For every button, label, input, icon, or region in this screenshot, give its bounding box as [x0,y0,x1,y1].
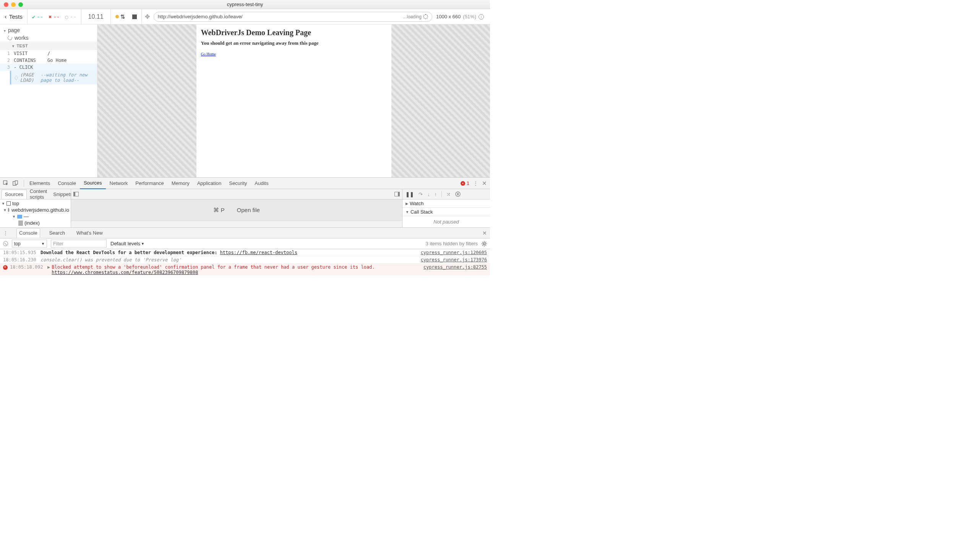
clear-console-button[interactable] [3,241,8,246]
tab-audits[interactable]: Audits [251,178,272,189]
drawer-tab-whatsnew[interactable]: What's New [74,228,105,238]
step-into-button[interactable]: ↓ [427,191,430,197]
svg-point-3 [456,192,460,196]
toggle-navigator-button[interactable] [73,192,79,196]
passed-count: ✔ -- [32,14,43,20]
command-row[interactable]: 1 VISIT / [0,50,97,57]
nav-tab-sources[interactable]: Sources [2,190,27,199]
close-devtools-button[interactable]: ✕ [482,180,487,187]
tree-frame-top[interactable]: ▼top [0,200,71,207]
page-load-label: (PAGE LOAD) [20,72,38,83]
viewport-scale: (51%) [463,14,476,19]
debugger-sidebar: ❚❚ ↷ ↓ ↑ ⤭ ▶Watch ▼Call Stack Not paused [402,189,490,227]
selector-playground-button[interactable]: ✥ [145,13,150,20]
console-filter-input[interactable]: Filter [51,240,107,248]
command-name: CONTAINS [14,58,44,63]
folder-icon [17,215,22,219]
context-select[interactable]: top▼ [12,240,47,248]
tab-console[interactable]: Console [54,178,80,189]
pending-count: ○ -- [65,14,76,20]
tab-network[interactable]: Network [106,178,132,189]
hidden-items-label: 3 items hidden by filters [425,241,478,246]
shortcut-label: ⌘ P [213,207,224,214]
aut-iframe[interactable]: WebDriverJs Demo Leaving Page You should… [196,24,391,177]
tree-folder[interactable]: ▼— [0,213,71,220]
suite-row[interactable]: page [0,26,97,34]
frame-icon [6,201,11,206]
back-to-tests-button[interactable]: ‹ Tests [0,9,28,24]
pause-button[interactable]: ❚❚ [406,191,414,197]
go-home-link[interactable]: Go Home [201,52,216,56]
url-area: ✥ http://webdriverjsdemo.github.io/leave… [142,9,490,24]
step-over-button[interactable]: ↷ [419,191,423,197]
tab-security[interactable]: Security [225,178,251,189]
tab-elements[interactable]: Elements [26,178,54,189]
drawer-tab-search[interactable]: Search [47,228,67,238]
pause-on-exceptions-button[interactable] [455,191,461,197]
tab-performance[interactable]: Performance [131,178,167,189]
stop-button[interactable] [132,15,137,19]
devtools-menu-button[interactable]: ⋮ [473,180,478,186]
open-file-prompt[interactable]: ⌘ P Open file [71,199,402,220]
console-error-message[interactable]: 18:05:18.092 ▶ Blocked attempt to show a… [0,264,490,276]
window-titlebar: cypress-test-tiny [0,0,490,9]
test-title: works [15,35,29,41]
device-toolbar-button[interactable] [13,180,18,186]
tab-memory[interactable]: Memory [168,178,193,189]
restart-button[interactable]: ⇅ [115,13,125,20]
url-text: http://webdriverjsdemo.github.io/leave/ [158,14,243,19]
command-number: 2 [4,58,10,63]
console-settings-button[interactable] [482,241,487,246]
console-message[interactable]: 18:05:15.935 Download the React DevTools… [0,249,490,256]
info-icon: i [479,14,484,19]
svg-rect-2 [15,181,18,184]
command-row[interactable]: 2 CONTAINS Go Home [0,57,97,64]
watch-section[interactable]: ▶Watch [402,199,490,208]
toggle-debugger-button[interactable] [394,192,400,196]
expand-icon[interactable]: ▶ [47,264,50,270]
message-source[interactable]: cypress_runner.js:120605 [421,250,487,255]
tree-domain[interactable]: ▼webdriverjsdemo.github.io [0,207,71,213]
console-message[interactable]: 18:05:16.230 console.clear() was prevent… [0,256,490,264]
svg-line-13 [482,245,483,246]
nav-tab-content-scripts[interactable]: Content scripts [27,190,50,199]
inspect-element-button[interactable] [3,180,9,186]
message-source[interactable]: cypress_runner.js:173976 [421,257,487,263]
console-messages: 18:05:15.935 Download the React DevTools… [0,249,490,276]
page-title: WebDriverJs Demo Leaving Page [201,28,387,37]
runner-header: ‹ Tests ✔ -- ✖ -- ○ -- 10.11 ⇅ ✥ http://… [0,9,490,24]
command-name: VISIT [14,51,44,56]
svg-line-12 [485,245,486,246]
message-link[interactable]: https://fb.me/react-devtools [220,250,297,255]
command-row[interactable]: 3 - CLICK [0,64,97,71]
message-timestamp: 18:05:15.935 [3,250,41,255]
step-out-button[interactable]: ↑ [435,191,437,197]
drawer-tab-console[interactable]: Console [16,228,40,238]
tab-application[interactable]: Application [193,178,226,189]
message-source[interactable]: cypress_runner.js:82755 [423,264,487,270]
message-link[interactable]: https://www.chromestatus.com/feature/508… [52,270,198,275]
close-drawer-button[interactable]: ✕ [482,230,487,236]
deactivate-breakpoints-button[interactable]: ⤭ [446,191,451,197]
not-paused-label: Not paused [402,216,490,227]
callstack-section[interactable]: ▼Call Stack [402,208,490,216]
drawer-tabs: ⋮ Console Search What's New ✕ [0,228,490,238]
viewport-info[interactable]: 1000 x 660 (51%) i [436,14,487,19]
message-timestamp: 18:05:16.230 [3,257,41,263]
test-controls: ⇅ [111,9,142,24]
test-row[interactable]: works [0,34,97,42]
command-number: 1 [4,51,10,56]
command-message: Go Home [47,58,67,63]
viewport-size: 1000 x 660 [436,14,461,19]
svg-point-6 [483,243,485,245]
url-bar[interactable]: http://webdriverjsdemo.github.io/leave/ … [154,12,432,22]
app-under-test: WebDriverJs Demo Leaving Page You should… [97,24,490,177]
open-file-label: Open file [237,207,260,213]
error-count-badge[interactable]: ×1 [461,180,469,186]
tree-file[interactable]: (index) [0,220,71,226]
failed-count: ✖ -- [49,14,60,20]
spinner-icon [15,76,18,80]
log-levels-select[interactable]: Default levels ▼ [110,241,144,246]
drawer-menu-button[interactable]: ⋮ [3,230,8,236]
tab-sources[interactable]: Sources [80,178,106,189]
